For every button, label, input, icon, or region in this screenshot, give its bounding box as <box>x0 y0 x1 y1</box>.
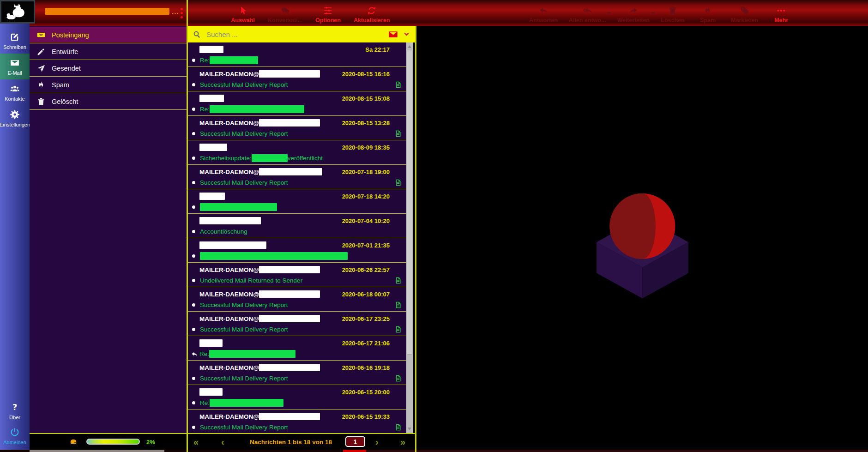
message-date: 2020-06-15 19:33 <box>342 413 390 420</box>
message-row[interactable]: 2020-07-04 10:20 Accountlöschung <box>188 214 406 238</box>
subject-redaction <box>210 105 304 113</box>
sidebar-item[interactable]: Einstellungen <box>0 105 30 131</box>
pagination-bar: « ‹ Nachrichten 1 bis 18 von 18 1 › » <box>188 433 415 450</box>
toolbar-button[interactable]: Allen antwo... <box>566 0 609 26</box>
message-row-subject-line: Undelivered Mail Returned to Sender <box>188 275 406 286</box>
folder-icon <box>36 64 46 73</box>
message-row[interactable]: 2020-08-15 15:08 Re: <box>188 91 406 116</box>
next-page-button[interactable]: › <box>375 436 379 447</box>
sidebar-item[interactable]: Über <box>0 398 30 423</box>
attachment-icon <box>394 325 402 334</box>
message-row[interactable]: 2020-06-15 20:00 Re: <box>188 385 406 410</box>
toolbar-button[interactable]: Weiterleiten <box>614 0 652 26</box>
subject-redaction <box>200 203 277 211</box>
account-selector[interactable]: ... <box>45 8 179 15</box>
search-bar <box>188 26 415 42</box>
toolbar-button-label: Mehr <box>774 17 788 24</box>
toolbar-button[interactable]: Konversati... <box>265 0 305 26</box>
sidebar-item[interactable]: Schreiben <box>0 28 30 54</box>
message-sender: MAILER-DAEMON@ <box>199 70 320 78</box>
unread-dot <box>192 83 195 86</box>
message-row[interactable]: MAILER-DAEMON@ 2020-08-15 16:16 Successf… <box>188 67 406 91</box>
message-row[interactable]: MAILER-DAEMON@ 2020-08-15 13:28 Successf… <box>188 116 406 140</box>
message-sender: MAILER-DAEMON@ <box>199 290 320 298</box>
scroll-up-icon[interactable] <box>408 45 411 48</box>
message-row[interactable]: Sa 22:17 Re: <box>188 42 406 67</box>
account-menu-icon[interactable] <box>179 8 184 20</box>
sidebar-item-icon <box>10 58 20 68</box>
folder-item[interactable]: Spam <box>30 77 187 93</box>
scroll-down-icon[interactable] <box>408 428 411 430</box>
dropdown-caret-icon[interactable] <box>650 12 655 15</box>
bottom-scroll-strip[interactable] <box>0 450 868 452</box>
dropdown-caret-icon[interactable] <box>606 12 611 15</box>
bottom-strip-track <box>366 450 868 452</box>
folder-item[interactable]: Gesendet <box>30 60 187 77</box>
previous-page-button[interactable]: ‹ <box>221 436 224 447</box>
toolbar-button[interactable]: Löschen <box>658 0 687 26</box>
folder-item[interactable]: Gelöscht <box>30 93 187 110</box>
folder-label: Posteingang <box>52 31 89 39</box>
toolbar-button[interactable]: Mehr <box>766 0 796 26</box>
search-input[interactable] <box>205 30 388 39</box>
message-row-subject-line: Re: <box>188 349 406 359</box>
unread-dot <box>192 279 195 282</box>
toolbar-button-label: Aktualisieren <box>354 17 390 24</box>
message-row[interactable]: MAILER-DAEMON@ 2020-06-15 19:33 Successf… <box>188 410 406 433</box>
attachment-icon <box>394 80 402 89</box>
folder-item[interactable]: Entwürfe <box>30 43 187 60</box>
sidebar-item[interactable]: Abmelden <box>0 423 30 448</box>
toolbar-button-label: Markieren <box>731 17 758 24</box>
toolbar-button-icon <box>280 6 290 16</box>
message-row-header: 2020-06-15 20:00 <box>188 385 406 398</box>
message-row[interactable]: 2020-06-17 21:06 Re: <box>188 336 406 361</box>
message-list-scrollbar[interactable] <box>406 42 413 433</box>
sidebar-item-label: E-Mail <box>7 70 22 76</box>
last-page-button[interactable]: » <box>400 436 405 447</box>
search-scope-chevron-icon[interactable] <box>403 30 410 38</box>
toolbar-button[interactable]: Antworten <box>526 0 561 26</box>
message-date: 2020-08-15 16:16 <box>342 71 390 78</box>
message-row[interactable]: 2020-08-09 18:35 Sicherheitsupdate: verö… <box>188 140 406 165</box>
message-row[interactable]: MAILER-DAEMON@ 2020-06-17 23:25 Successf… <box>188 312 406 336</box>
message-date: 2020-08-09 18:35 <box>342 144 390 151</box>
message-subject: Re: <box>199 350 295 358</box>
bottom-strip-thumb[interactable] <box>30 450 164 452</box>
folder-item[interactable]: Posteingang <box>30 27 187 43</box>
message-row-header: MAILER-DAEMON@ 2020-06-16 19:18 <box>188 361 406 373</box>
message-row-subject-line: Re: <box>188 398 406 408</box>
message-row[interactable]: MAILER-DAEMON@ 2020-06-18 00:07 Successf… <box>188 287 406 312</box>
scrollbar-thumb[interactable] <box>407 50 412 355</box>
unread-dot <box>192 230 195 233</box>
current-page-box[interactable]: 1 <box>345 436 365 447</box>
subject-redaction <box>200 252 348 260</box>
message-row[interactable]: MAILER-DAEMON@ 2020-06-16 19:18 Successf… <box>188 361 406 385</box>
toolbar-button-label: Allen antwo... <box>569 17 606 24</box>
toolbar-button-icon <box>668 6 678 16</box>
pane-divider-right <box>415 26 416 452</box>
toolbar-button[interactable]: Spam <box>693 0 723 26</box>
folder-label: Spam <box>52 81 69 89</box>
message-row-header: 2020-06-17 21:06 <box>188 336 406 349</box>
toolbar-button[interactable]: Markieren <box>728 0 761 26</box>
first-page-button[interactable]: « <box>193 436 199 447</box>
message-subject: Successful Mail Delivery Report <box>200 179 288 186</box>
toolbar-button[interactable]: Aktualisieren <box>351 0 393 26</box>
message-row[interactable]: 2020-07-18 14:20 <box>188 189 406 214</box>
message-sender: MAILER-DAEMON@ <box>199 119 320 127</box>
sidebar-item[interactable]: E-Mail <box>0 54 30 79</box>
sidebar-item[interactable]: Kontakte <box>0 79 30 105</box>
sidebar-item-icon <box>10 402 20 412</box>
unread-dot <box>192 205 195 209</box>
message-date: 2020-06-16 19:18 <box>342 364 390 371</box>
unread-dot <box>192 401 195 404</box>
sidebar-item-icon <box>10 109 20 120</box>
search-scope-mail-icon[interactable] <box>388 29 398 40</box>
message-row[interactable]: MAILER-DAEMON@ 2020-07-18 19:00 Successf… <box>188 165 406 189</box>
search-icon[interactable] <box>193 30 201 39</box>
message-row[interactable]: MAILER-DAEMON@ 2020-06-26 22:57 Undelive… <box>188 263 406 287</box>
toolbar-button[interactable]: Auswahl <box>228 0 258 26</box>
message-row[interactable]: 2020-07-01 21:35 <box>188 238 406 263</box>
toolbar-button[interactable]: Optionen <box>313 0 344 26</box>
message-subject: Sicherheitsupdate: veröffentlicht <box>200 154 323 162</box>
